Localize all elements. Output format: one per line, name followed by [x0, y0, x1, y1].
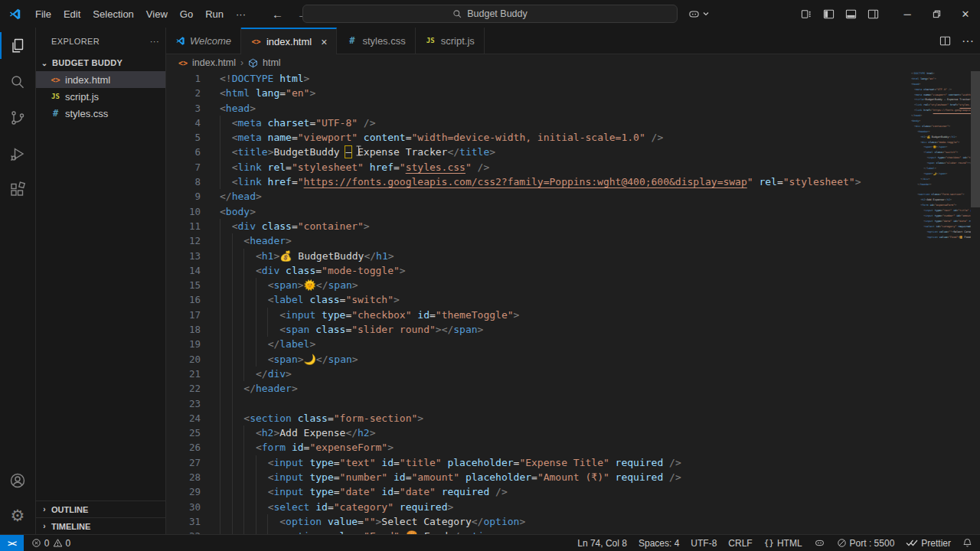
- menu-more-icon[interactable]: ···: [230, 5, 252, 23]
- line-number[interactable]: 22: [166, 381, 201, 396]
- line-number[interactable]: 24: [166, 411, 201, 425]
- customize-layout-icon[interactable]: [801, 8, 812, 20]
- tab-script-js[interactable]: JSscript.js: [416, 28, 485, 54]
- code-line[interactable]: 8 <link href="https://fonts.googleapis.c…: [166, 174, 911, 189]
- code-line[interactable]: 16 <label class="switch">: [166, 292, 911, 307]
- status-html[interactable]: {}HTML: [764, 538, 802, 549]
- code-line[interactable]: 13 <h1>💰 BudgetBuddy</h1>: [166, 249, 911, 263]
- status-prettier[interactable]: Prettier: [906, 538, 951, 549]
- back-arrow-icon[interactable]: ←: [272, 8, 283, 21]
- menu-run[interactable]: Run: [199, 5, 230, 23]
- problems-warnings[interactable]: 0: [53, 538, 71, 549]
- remote-indicator[interactable]: ><: [0, 535, 24, 551]
- code-line[interactable]: 14 <div class="mode-toggle">: [166, 263, 911, 278]
- menu-selection[interactable]: Selection: [87, 5, 139, 23]
- line-number[interactable]: 25: [166, 425, 201, 440]
- status-utf-8[interactable]: UTF-8: [691, 538, 717, 549]
- file-item-styles.css[interactable]: #styles.css: [36, 105, 165, 122]
- extensions-icon[interactable]: [0, 171, 36, 207]
- code-editor[interactable]: 1<!DOCTYPE html>2<html lang="en">3<head>…: [166, 71, 980, 534]
- code-line[interactable]: 12 <header>: [166, 233, 911, 248]
- more-actions-icon[interactable]: ···: [962, 34, 974, 48]
- line-number[interactable]: 21: [166, 367, 201, 381]
- source-control-icon[interactable]: [0, 99, 36, 135]
- code-line[interactable]: 30 <select id="category" required>: [166, 500, 911, 514]
- line-number[interactable]: 17: [166, 308, 201, 322]
- code-line[interactable]: 23: [166, 396, 911, 411]
- breadcrumb-symbol[interactable]: html: [263, 57, 281, 68]
- code-line[interactable]: 26 <form id="expenseForm">: [166, 440, 911, 455]
- problems-errors[interactable]: 0: [31, 538, 50, 549]
- toggle-panel-icon[interactable]: [845, 8, 857, 20]
- line-number[interactable]: 29: [166, 484, 201, 499]
- code-line[interactable]: 1<!DOCTYPE html>: [166, 71, 911, 86]
- breadcrumb-file[interactable]: index.html: [192, 57, 236, 68]
- line-number[interactable]: 18: [166, 322, 201, 337]
- close-icon[interactable]: ✕: [951, 0, 980, 28]
- line-number[interactable]: 7: [166, 160, 201, 174]
- line-number[interactable]: 13: [166, 249, 201, 263]
- menu-edit[interactable]: Edit: [57, 5, 87, 23]
- search-icon[interactable]: [0, 64, 36, 99]
- code-line[interactable]: 2<html lang="en">: [166, 86, 911, 100]
- code-line[interactable]: 31 <option value="">Select Category</opt…: [166, 514, 911, 529]
- menu-view[interactable]: View: [140, 5, 174, 23]
- split-editor-icon[interactable]: [939, 35, 951, 47]
- line-number[interactable]: 15: [166, 278, 201, 292]
- code-line[interactable]: 28 <input type="number" id="amount" plac…: [166, 470, 911, 484]
- line-number[interactable]: 20: [166, 352, 201, 367]
- explorer-icon[interactable]: [0, 28, 36, 64]
- line-number[interactable]: 11: [166, 219, 201, 233]
- code-line[interactable]: 21 </div>: [166, 367, 911, 381]
- code-line[interactable]: 27 <input type="text" id="title" placeho…: [166, 455, 911, 470]
- line-number[interactable]: 19: [166, 337, 201, 351]
- command-center-search[interactable]: Budget Buddy: [302, 5, 678, 23]
- line-number[interactable]: 23: [166, 396, 201, 411]
- code-line[interactable]: 29 <input type="date" id="date" required…: [166, 484, 911, 499]
- minimize-icon[interactable]: ─: [893, 0, 922, 28]
- line-number[interactable]: 1: [166, 71, 201, 86]
- settings-gear-icon[interactable]: ⚙: [0, 498, 36, 534]
- code-line[interactable]: 18 <span class="slider round"></span>: [166, 322, 911, 337]
- code-line[interactable]: 32 <option value="Food">🍔 Food</option>: [166, 529, 911, 534]
- line-number[interactable]: 9: [166, 189, 201, 204]
- copilot-button[interactable]: [688, 5, 709, 23]
- line-number[interactable]: 3: [166, 101, 201, 116]
- code-line[interactable]: 5 <meta name="viewport" content="width=d…: [166, 130, 911, 145]
- code-line[interactable]: 7 <link rel="stylesheet" href="styles.cs…: [166, 160, 911, 174]
- project-folder-header[interactable]: ⌄ BUDGET BUDDY: [36, 54, 165, 71]
- minimap[interactable]: <!DOCTYPE html><html lang="en"><head> <m…: [911, 71, 971, 534]
- menu-file[interactable]: File: [29, 5, 57, 23]
- tab-welcome[interactable]: Welcome: [166, 28, 241, 54]
- code-line[interactable]: 24 <section class="form-section">: [166, 411, 911, 425]
- code-line[interactable]: 11 <div class="container">: [166, 219, 911, 233]
- explorer-more-actions-icon[interactable]: ···: [150, 37, 159, 46]
- line-number[interactable]: 5: [166, 130, 201, 145]
- restore-icon[interactable]: [922, 0, 951, 28]
- toggle-secondary-sidebar-icon[interactable]: [867, 8, 879, 20]
- code-line[interactable]: 17 <input type="checkbox" id="themeToggl…: [166, 308, 911, 322]
- file-item-index.html[interactable]: <>index.html: [36, 71, 165, 88]
- code-line[interactable]: 22 </header>: [166, 381, 911, 396]
- status-spaces-4[interactable]: Spaces: 4: [639, 538, 679, 549]
- line-number[interactable]: 4: [166, 116, 201, 130]
- run-debug-icon[interactable]: [0, 135, 36, 171]
- code-line[interactable]: 3<head>: [166, 101, 911, 116]
- status-bell-icon[interactable]: [962, 538, 972, 548]
- code-line[interactable]: 10<body>: [166, 204, 911, 219]
- line-number[interactable]: 28: [166, 470, 201, 484]
- toggle-primary-sidebar-icon[interactable]: [823, 8, 835, 20]
- line-number[interactable]: 32: [166, 529, 201, 534]
- status-ln-74-col-8[interactable]: Ln 74, Col 8: [577, 538, 627, 549]
- menu-go[interactable]: Go: [174, 5, 199, 23]
- timeline-section-header[interactable]: › TIMELINE: [36, 517, 165, 534]
- account-icon[interactable]: [0, 462, 36, 498]
- line-number[interactable]: 10: [166, 204, 201, 219]
- code-line[interactable]: 9</head>: [166, 189, 911, 204]
- line-number[interactable]: 26: [166, 440, 201, 455]
- code-line[interactable]: 25 <h2>Add Expense</h2>: [166, 425, 911, 440]
- status-crlf[interactable]: CRLF: [728, 538, 752, 549]
- code-line[interactable]: 6 <title>BudgetBuddy – Expense Tracker</…: [166, 145, 911, 159]
- line-number[interactable]: 2: [166, 86, 201, 100]
- code-line[interactable]: 19 </label>: [166, 337, 911, 351]
